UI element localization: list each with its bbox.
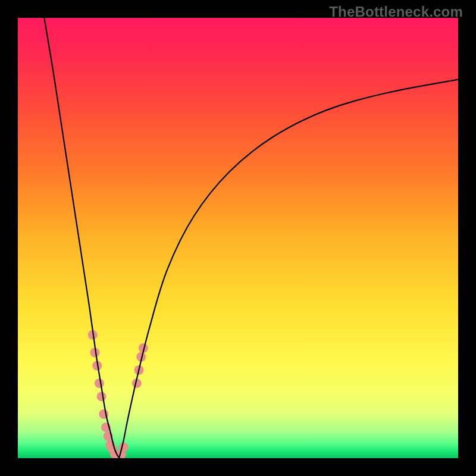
chart-frame: TheBottleneck.com <box>0 0 476 476</box>
chart-background <box>18 18 458 458</box>
chart-svg <box>18 18 458 458</box>
marker-dot <box>95 378 104 388</box>
chart-plot-area <box>18 18 458 458</box>
marker-dot <box>119 443 129 452</box>
marker-dot <box>97 392 107 401</box>
